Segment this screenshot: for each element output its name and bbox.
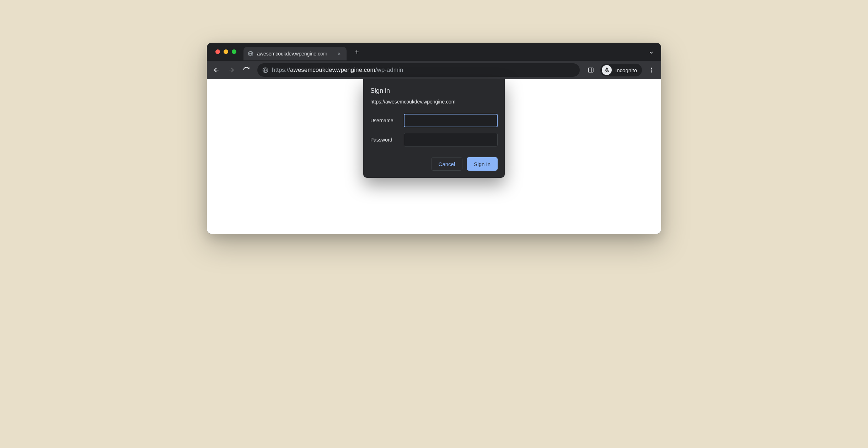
page-viewport: Sign in https://awesemcoukdev.wpengine.c… [207,79,661,234]
close-window-button[interactable] [215,49,220,54]
incognito-label: Incognito [615,67,637,73]
new-tab-button[interactable] [352,47,362,57]
incognito-profile-button[interactable]: Incognito [600,64,642,76]
password-input[interactable] [404,133,498,146]
svg-rect-2 [588,68,593,72]
username-label: Username [370,118,398,123]
close-tab-button[interactable] [336,50,342,57]
browser-window: awesemcoukdev.wpengine.com https://aw [207,43,661,234]
auth-dialog-title: Sign in [370,87,498,95]
back-button[interactable] [210,64,223,76]
http-auth-dialog: Sign in https://awesemcoukdev.wpengine.c… [363,79,505,178]
url-text: https://awesemcoukdev.wpengine.com/wp-ad… [272,66,403,74]
password-label: Password [370,137,398,143]
svg-point-5 [651,68,652,69]
incognito-icon [602,65,612,75]
url-host: awesemcoukdev.wpengine.com [290,66,375,73]
url-scheme: https:// [272,66,290,73]
auth-dialog-actions: Cancel Sign In [370,157,498,171]
sign-in-button[interactable]: Sign In [467,157,498,171]
minimize-window-button[interactable] [224,49,228,54]
address-bar[interactable]: https://awesemcoukdev.wpengine.com/wp-ad… [257,63,580,77]
browser-tab[interactable]: awesemcoukdev.wpengine.com [243,47,347,60]
username-input[interactable] [404,114,498,127]
tab-title: awesemcoukdev.wpengine.com [257,51,332,57]
cancel-button[interactable]: Cancel [431,157,463,171]
svg-point-6 [651,70,652,71]
svg-point-3 [605,71,606,72]
toolbar-right: Incognito [585,64,658,76]
password-row: Password [370,133,498,146]
auth-dialog-host: https://awesemcoukdev.wpengine.com [370,99,498,105]
globe-icon [248,51,253,57]
site-info-icon[interactable] [262,67,268,73]
url-path: /wp-admin [375,66,403,73]
username-row: Username [370,114,498,127]
tab-strip: awesemcoukdev.wpengine.com [207,43,661,61]
side-panel-button[interactable] [585,64,597,76]
forward-button[interactable] [225,64,237,76]
toolbar: https://awesemcoukdev.wpengine.com/wp-ad… [207,61,661,79]
svg-point-7 [651,71,652,73]
window-controls [215,49,236,54]
tabs-dropdown-button[interactable] [646,48,656,58]
reload-button[interactable] [240,64,252,76]
maximize-window-button[interactable] [232,49,236,54]
browser-menu-button[interactable] [645,64,658,76]
svg-point-4 [607,71,609,72]
